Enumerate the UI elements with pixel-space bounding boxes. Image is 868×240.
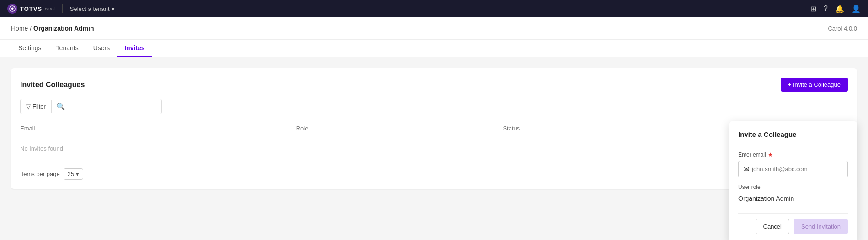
search-icon: 🔍	[56, 102, 65, 111]
breadcrumb-bar: Home / Organization Admin Carol 4.0.0	[0, 17, 868, 40]
invite-side-panel: Invite a Colleague Enter email ★ ✉ User …	[729, 121, 857, 240]
invite-colleague-button[interactable]: + Invite a Colleague	[781, 78, 848, 92]
search-input[interactable]	[65, 103, 157, 110]
main-content: Invited Colleagues + Invite a Colleague …	[0, 57, 868, 240]
logo-area: TOTVS carol	[7, 4, 55, 14]
table-header: Email Role Status	[20, 121, 848, 136]
email-icon: ✉	[743, 165, 749, 173]
search-area: 🔍	[52, 99, 161, 114]
pagination-row: Items per page 25 ▾	[20, 168, 848, 180]
breadcrumb-home[interactable]: Home	[11, 25, 28, 32]
items-per-page-value: 25	[68, 171, 74, 177]
tab-users[interactable]: Users	[86, 40, 117, 57]
tab-invites[interactable]: Invites	[117, 40, 152, 57]
nav-right: ⊞ ? 🔔 👤	[810, 5, 861, 13]
breadcrumb-separator: /	[30, 25, 33, 32]
nav-left: TOTVS carol Select a tenant ▾	[7, 4, 115, 14]
filter-button[interactable]: ▽ Filter	[21, 100, 52, 113]
cancel-button[interactable]: Cancel	[756, 219, 789, 234]
role-value: Organization Admin	[738, 193, 848, 204]
side-panel-title: Invite a Colleague	[738, 130, 848, 144]
col-status: Status	[503, 125, 710, 132]
breadcrumb: Home / Organization Admin	[11, 25, 94, 32]
nav-divider	[62, 4, 63, 13]
items-per-page-label: Items per page	[20, 171, 60, 177]
card-header: Invited Colleagues + Invite a Colleague	[20, 78, 848, 92]
totvs-logo-icon	[7, 4, 17, 14]
col-email: Email	[20, 125, 296, 132]
grid-icon[interactable]: ⊞	[810, 5, 816, 13]
col-role: Role	[296, 125, 503, 132]
tabs-bar: Settings Tenants Users Invites	[0, 40, 868, 57]
tenant-selector[interactable]: Select a tenant ▾	[70, 5, 115, 12]
chevron-down-icon: ▾	[76, 171, 79, 177]
logo-text: TOTVS	[20, 5, 42, 12]
tenant-label: Select a tenant	[70, 5, 110, 12]
card-title: Invited Colleagues	[20, 81, 85, 89]
tab-settings[interactable]: Settings	[11, 40, 49, 57]
chevron-down-icon: ▾	[112, 5, 115, 12]
no-data-message: No Invites found	[20, 136, 848, 161]
filter-bar: ▽ Filter 🔍	[20, 99, 162, 114]
top-navigation: TOTVS carol Select a tenant ▾ ⊞ ? 🔔 👤	[0, 0, 868, 17]
send-invitation-button[interactable]: Send Invitation	[794, 219, 848, 234]
bell-icon[interactable]: 🔔	[835, 5, 844, 13]
help-icon[interactable]: ?	[824, 5, 828, 13]
role-field-label: User role	[738, 184, 848, 190]
email-input[interactable]	[752, 166, 843, 172]
version-label: Carol 4.0.0	[828, 25, 857, 32]
email-input-wrap: ✉	[738, 161, 848, 177]
logo-sub: carol	[45, 6, 55, 11]
side-panel-footer: Cancel Send Invitation	[738, 213, 848, 234]
user-icon[interactable]: 👤	[852, 5, 861, 13]
required-indicator: ★	[768, 151, 773, 158]
tab-tenants[interactable]: Tenants	[49, 40, 86, 57]
email-field-label: Enter email ★	[738, 151, 848, 158]
filter-icon: ▽	[26, 103, 31, 110]
filter-label: Filter	[32, 103, 46, 110]
items-per-page-select[interactable]: 25 ▾	[64, 168, 83, 180]
breadcrumb-current: Organization Admin	[33, 25, 94, 32]
